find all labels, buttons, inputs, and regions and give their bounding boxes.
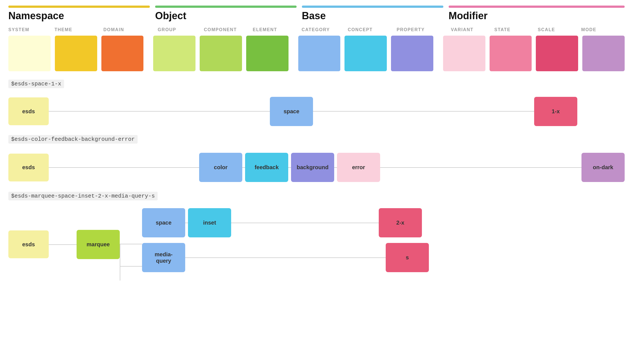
namespace-title: Namespace [8,10,64,21]
token-1-scale-node: 1-x [534,97,577,126]
col-theme: THEME [55,27,103,32]
col-domain: DOMAIN [103,27,152,32]
token-1-category-node: space [270,97,313,126]
swatch-component [200,36,242,71]
token-3-scale-node: 2-x [379,208,422,237]
swatch-theme [55,36,97,71]
token-1-row: esds space 1-x [8,96,625,127]
col-mode: MODE [581,27,625,32]
token-2-system-node: esds [8,154,49,181]
col-variant: VARIANT [451,27,494,32]
col-scale-label: SCALE [538,27,555,32]
col-category: CATEGORY [302,27,348,32]
col-domain-label: DOMAIN [103,27,124,32]
token-2-concept-node: feedback [245,153,288,182]
col-concept-label: CONCEPT [348,27,373,32]
col-state: STATE [494,27,538,32]
swatch-element [246,36,289,71]
token-section-1: $esds-space-1-x esds space 1-x [8,80,625,127]
swatch-group [153,36,195,71]
token-section-3: $esds-marquee-space-inset-2-x-media-quer… [8,192,625,281]
top-bars [8,6,625,8]
object-bar [155,6,297,8]
swatch-scale [536,36,578,71]
col-system: SYSTEM [8,27,55,32]
token-1-system-node: esds [8,97,49,125]
token-2-property-node: background [291,153,334,182]
token-2-mode-node: on-dark [581,153,625,182]
col-property: PROPERTY [397,27,445,32]
top-section: Namespace Object Base Modifier SYSTEM TH… [8,6,625,71]
token-1-line-1 [49,111,270,112]
page-container: Namespace Object Base Modifier SYSTEM TH… [0,0,633,364]
swatch-concept [344,36,387,71]
token-3-s-node: s [386,243,429,272]
col-component: COMPONENT [204,27,253,32]
base-bar [302,6,443,8]
col-state-label: STATE [494,27,510,32]
swatch-system [8,36,51,71]
col-scale: SCALE [538,27,581,32]
token-3-system-node: esds [8,230,49,258]
col-mode-label: MODE [581,27,596,32]
namespace-bar [8,6,150,8]
object-title-area: Object [155,10,297,22]
modifier-title: Modifier [449,10,488,21]
token-3-wrapper: esds marquee [8,208,625,281]
col-theme-label: THEME [55,27,72,32]
token-2-line-1 [49,167,199,168]
token-3-concept-node: inset [188,208,231,237]
col-group-label: GROUP [158,27,176,32]
token-2-category-node: color [199,153,242,182]
swatch-category [298,36,341,71]
col-category-label: CATEGORY [302,27,330,32]
base-title: Base [302,10,326,21]
object-title: Object [155,10,186,21]
token-3-branch-1: space inset 2-x [142,208,476,237]
token-1-line-2 [313,111,534,112]
col-group: GROUP [158,27,204,32]
swatch-property [391,36,433,71]
col-component-label: COMPONENT [204,27,237,32]
col-headers-row: SYSTEM THEME DOMAIN GROUP COMPONENT ELEM… [8,27,625,32]
col-variant-label: VARIANT [451,27,473,32]
col-concept: CONCEPT [348,27,397,32]
swatch-variant [443,36,485,71]
token-3-branch-2: media- query s [142,243,476,272]
section-titles: Namespace Object Base Modifier [8,10,625,22]
token-3-label: $esds-marquee-space-inset-2-x-media-quer… [8,192,158,200]
token-2-variant-node: error [337,153,380,182]
swatch-mode [582,36,625,71]
swatches-row [8,36,625,71]
namespace-title-area: Namespace [8,10,150,22]
col-element: ELEMENT [253,27,296,32]
col-element-label: ELEMENT [253,27,277,32]
token-3-category-node: space [142,208,185,237]
token-2-label: $esds-color-feedback-background-error [8,135,138,144]
token-2-row: esds color feedback background error [8,151,625,183]
token-3-group-node: marquee [77,230,120,259]
modifier-title-area: Modifier [449,10,625,22]
modifier-bar [449,6,625,8]
base-title-area: Base [302,10,443,22]
col-property-label: PROPERTY [397,27,425,32]
swatch-state [490,36,532,71]
token-3-media-query-node: media- query [142,243,185,272]
token-section-2: $esds-color-feedback-background-error es… [8,135,625,183]
swatch-domain [101,36,144,71]
col-system-label: SYSTEM [8,27,29,32]
token-1-label: $esds-space-1-x [8,80,64,88]
